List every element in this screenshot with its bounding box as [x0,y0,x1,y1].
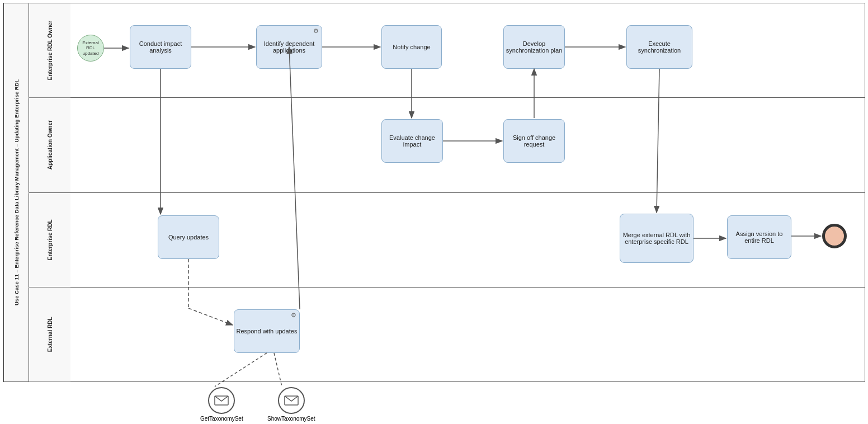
lane-3-label: Enterprise RDL [29,193,70,287]
start-event-final: External RDL updated [77,35,104,62]
notify-label-f: Notify change [393,44,430,50]
service-get-tax-final: GetTaxonomySet [200,387,243,422]
start-label: External RDL updated [78,40,103,56]
task-merge-final[interactable]: Merge external RDL with enterprise speci… [620,214,694,263]
task-execute-final[interactable]: Execute synchronization [626,25,692,69]
end-event-final [822,224,847,248]
merge-label-f: Merge external RDL with enterprise speci… [620,232,693,245]
develop-label-f: Develop synchronization plan [504,40,564,54]
lane-4-row: External RDL [29,288,865,381]
respond-label-f: Respond with updates [237,328,298,335]
lane-4-label: External RDL [29,288,70,381]
showTaxonomySet-circle-f [278,387,305,414]
task-respond-final[interactable]: ⚙ Respond with updates [234,309,300,353]
lane-2-row: Application Owner [29,98,865,192]
lane-1-label: Enterprise RDL Owner [29,3,70,97]
lane-4-content [70,288,865,381]
task-signoff-final[interactable]: Sign off change request [503,119,565,163]
identify-label-f: Identify dependent applications [257,40,322,54]
conduct-label-f: Conduct impact analysis [130,40,191,54]
showTaxonomySet-text: ShowTaxonomySet [267,416,315,422]
task-query-final[interactable]: Query updates [158,215,219,259]
query-label-f: Query updates [168,234,209,241]
task-conduct-final[interactable]: Conduct impact analysis [130,25,191,69]
lane-2-label: Application Owner [29,98,70,192]
evaluate-label-f: Evaluate change impact [382,134,442,148]
vertical-title-bar: Use Case 11 – Enterprise Reference Data … [3,3,29,381]
task-develop-final[interactable]: Develop synchronization plan [503,25,565,69]
getTaxonomySet-circle-f [208,387,235,414]
task-notify-final[interactable]: Notify change [381,25,442,69]
task-identify-final[interactable]: ⚙ Identify dependent applications [256,25,322,69]
task-assign-final[interactable]: Assign version to entire RDL [727,215,791,259]
lane-2-content [70,98,865,192]
task-evaluate-final[interactable]: Evaluate change impact [381,119,443,163]
assign-label-f: Assign version to entire RDL [728,230,791,244]
execute-label-f: Execute synchronization [627,40,692,54]
signoff-label-f: Sign off change request [504,134,564,148]
getTaxonomySet-text: GetTaxonomySet [200,416,243,422]
service-show-tax-final: ShowTaxonomySet [267,387,315,422]
